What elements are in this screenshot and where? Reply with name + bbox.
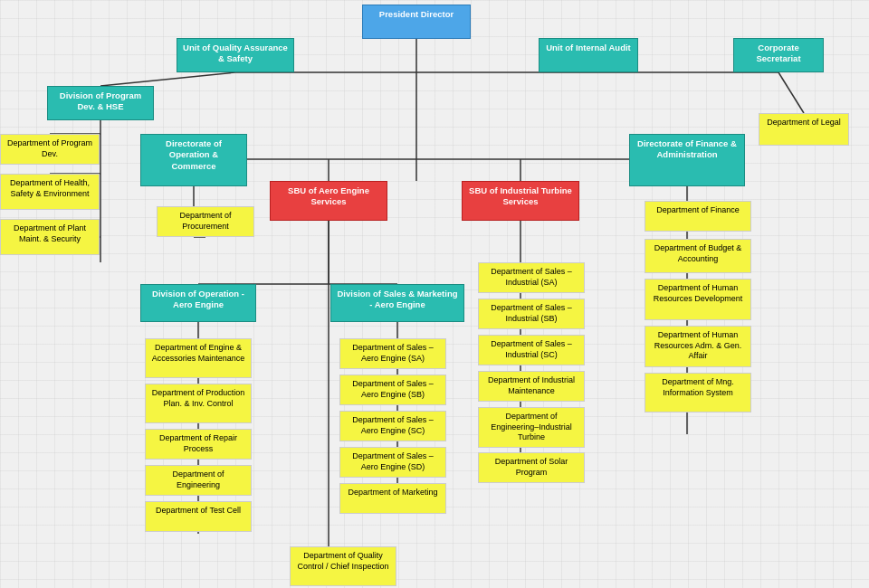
dept_eng-node: Department of Engineering (145, 465, 252, 496)
dept_finance-node: Department of Finance (645, 201, 751, 232)
dept_prod_plan-node: Department of Production Plan. & Inv. Co… (145, 384, 252, 423)
svg-line-6 (100, 72, 235, 86)
dept_hse-node: Department of Health, Safety & Environme… (0, 174, 100, 210)
president-node: President Director (362, 5, 471, 39)
sbu_aero-node: SBU of Aero Engine Services (270, 181, 387, 221)
dept_test-node: Department of Test Cell (145, 501, 252, 532)
dept_sales_ind_sc-node: Department of Sales – Industrial (SC) (478, 335, 585, 365)
audit-node: Unit of Internal Audit (539, 38, 638, 72)
dept_sales_aero_sb-node: Department of Sales – Aero Engine (SB) (339, 375, 446, 405)
dept_qc-node: Department of Quality Control / Chief In… (290, 546, 396, 586)
dept_budget-node: Department of Budget & Accounting (645, 239, 751, 273)
dept_plant-node: Department of Plant Maint. & Security (0, 219, 100, 255)
sbu_industrial-node: SBU of Industrial Turbine Services (462, 181, 579, 221)
dept_sales_ind_sa-node: Department of Sales – Industrial (SA) (478, 262, 585, 293)
svg-line-5 (778, 72, 804, 113)
dept_sales_aero_sc-node: Department of Sales – Aero Engine (SC) (339, 411, 446, 441)
prog_div-node: Division of Program Dev. & HSE (47, 86, 154, 120)
quality-node: Unit of Quality Assurance & Safety (177, 38, 294, 72)
dept_prog-node: Department of Program Dev. (0, 134, 100, 165)
dept_legal-node: Department of Legal (759, 113, 849, 146)
dept_solar-node: Department of Solar Program (478, 452, 585, 483)
dept_engine_acc-node: Department of Engine & Accessories Maint… (145, 338, 252, 378)
dept_ind_maint-node: Department of Industrial Maintenance (478, 371, 585, 402)
dept_procurement-node: Department of Procurement (157, 206, 254, 237)
directorate_op-node: Directorate of Operation & Commerce (140, 134, 247, 186)
directorate_fin-node: Directorate of Finance & Administration (629, 134, 745, 186)
dept_sales_aero_sa-node: Department of Sales – Aero Engine (SA) (339, 338, 446, 369)
dept_mis-node: Department of Mng. Information System (645, 373, 751, 413)
div_operation-node: Division of Operation - Aero Engine (140, 284, 256, 322)
org-chart: President DirectorUnit of Quality Assura… (0, 0, 869, 588)
dept_marketing-node: Department of Marketing (339, 483, 446, 514)
dept_hra-node: Department of Human Resources Adm. & Gen… (645, 326, 751, 367)
div_sales-node: Division of Sales & Marketing - Aero Eng… (330, 284, 464, 322)
dept_repair-node: Department of Repair Process (145, 429, 252, 460)
dept_hrd-node: Department of Human Resources Developmen… (645, 279, 751, 320)
dept_sales_ind_sb-node: Department of Sales – Industrial (SB) (478, 299, 585, 329)
secretariat-node: Corporate Secretariat (733, 38, 824, 72)
dept_sales_aero_sd-node: Department of Sales – Aero Engine (SD) (339, 447, 446, 478)
dept_eng_ind-node: Department of Engineering–Industrial Tur… (478, 407, 585, 448)
